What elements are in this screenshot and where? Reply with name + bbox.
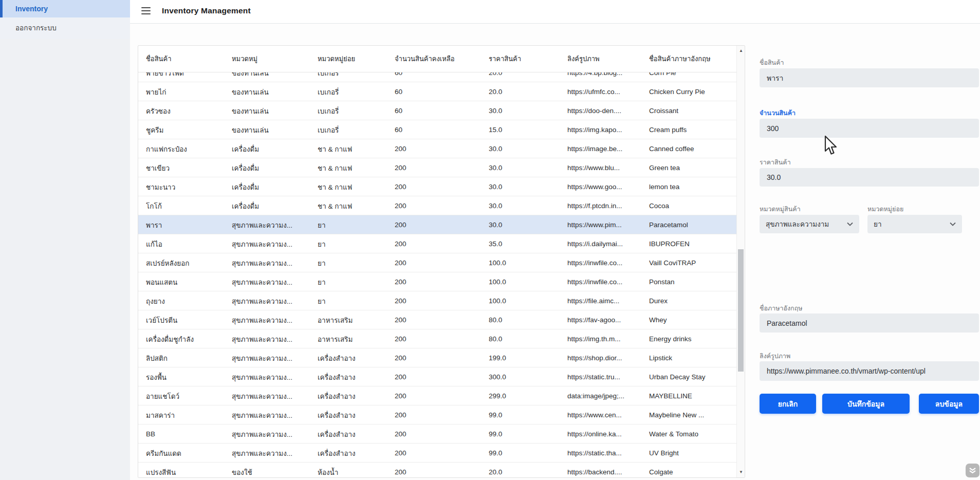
- table-cell: https://online.ka...: [567, 430, 649, 438]
- table-row[interactable]: รองพื้นสุขภาพและความง...เครื่องสำอาง2003…: [138, 367, 745, 386]
- scroll-up-icon[interactable]: ▲: [737, 47, 745, 55]
- table-cell: 35.0: [489, 240, 567, 248]
- image-link-field[interactable]: [760, 361, 979, 381]
- english-name-field[interactable]: [760, 313, 979, 333]
- table-cell: 200: [395, 354, 489, 362]
- table-cell: ยา: [318, 296, 395, 307]
- sidebar-item-logout[interactable]: ออกจากระบบ: [0, 17, 130, 39]
- table-cell: 199.0: [489, 354, 567, 362]
- table-row[interactable]: กาแฟกระป๋องเครื่องดื่มชา & กาแฟ20030.0ht…: [138, 139, 745, 158]
- table-cell: lemon tea: [649, 183, 745, 191]
- table-cell: 200: [395, 202, 489, 210]
- table-cell: โกโก้: [146, 200, 232, 212]
- table-cell: ลิปสติก: [146, 353, 232, 364]
- table-cell: ชาเขียว: [146, 162, 232, 174]
- table-cell: มาสคาร่า: [146, 410, 232, 421]
- table-cell: แปรงสีฟัน: [146, 467, 232, 478]
- category-select[interactable]: สุขภาพและความงาม: [760, 215, 859, 233]
- scroll-down-icon[interactable]: ▼: [737, 468, 745, 476]
- table-row[interactable]: แก้ไอสุขภาพและความง...ยา20035.0https://i…: [138, 234, 745, 253]
- table-cell: สุขภาพและความง...: [232, 219, 318, 231]
- save-button[interactable]: บันทึกข้อมูล: [822, 394, 910, 414]
- table-row[interactable]: ชูครีมของทานเล่นเบเกอรี่6015.0https://im…: [138, 120, 745, 139]
- table-cell: อายแชโดว์: [146, 391, 232, 402]
- table-cell: https://www.blu...: [567, 164, 649, 172]
- table-row[interactable]: ครีมกันแดดสุขภาพและความง...เครื่องสำอาง2…: [138, 444, 745, 463]
- table-row[interactable]: แปรงสีฟันของใช้ห้องน้ำ20020.0https://bac…: [138, 463, 745, 478]
- table-cell: 200: [395, 335, 489, 343]
- table-cell: https://www.pim...: [567, 221, 649, 229]
- table-cell: สุขภาพและความง...: [232, 410, 318, 421]
- subcategory-label: หมวดหมู่ย่อย: [867, 204, 903, 214]
- quantity-label: จำนวนสินค้า: [760, 108, 796, 118]
- table-cell: เบเกอรี่: [318, 124, 395, 136]
- table-cell: ของทานเล่น: [232, 72, 318, 79]
- table-row[interactable]: ชามะนาวเครื่องดื่มชา & กาแฟ20030.0https:…: [138, 177, 745, 196]
- table-row[interactable]: เวย์โปรตีนสุขภาพและความง...อาหารเสริม200…: [138, 310, 745, 329]
- table-cell: https://img.kapo...: [567, 126, 649, 134]
- table-row[interactable]: พาราสุขภาพและความง...ยา20030.0https://ww…: [138, 215, 745, 234]
- table-scrollbar[interactable]: ▲ ▼: [736, 46, 745, 477]
- column-header: หมวดหมู่: [232, 53, 318, 64]
- table-cell: ยา: [318, 257, 395, 269]
- table-cell: สเปรย์หลังยอก: [146, 257, 232, 269]
- table-row[interactable]: ชาเขียวเครื่องดื่มชา & กาแฟ20030.0https:…: [138, 158, 745, 177]
- column-header: ลิงค์รูปภาพ: [567, 53, 649, 64]
- table-cell: 30.0: [489, 164, 567, 172]
- table-row[interactable]: ครัวซองของทานเล่นเบเกอรี่6030.0https://d…: [138, 101, 745, 120]
- price-field[interactable]: [760, 168, 979, 187]
- table-cell: MAYBELLINE: [649, 392, 745, 400]
- table-cell: ยา: [318, 276, 395, 288]
- table-cell: Chicken Curry Pie: [649, 88, 745, 96]
- table-cell: https://f.ptcdn.in...: [567, 202, 649, 210]
- table-cell: 20.0: [489, 72, 567, 77]
- category-select-value: สุขภาพและความงาม: [766, 218, 829, 230]
- table-cell: อาหารเสริม: [318, 334, 395, 345]
- table-cell: Water & Tomato: [649, 430, 745, 438]
- table-cell: Green tea: [649, 164, 745, 172]
- subcategory-select[interactable]: ยา: [867, 215, 962, 233]
- hamburger-menu-icon[interactable]: [141, 7, 151, 15]
- table-row[interactable]: ถุงยางสุขภาพและความง...ยา200100.0https:/…: [138, 291, 745, 310]
- table-row[interactable]: BBสุขภาพและความง...เครื่องสำอาง20099.0ht…: [138, 424, 745, 444]
- product-name-field[interactable]: [760, 68, 979, 87]
- table-cell: data:image/jpeg;...: [567, 392, 649, 400]
- cancel-button[interactable]: ยกเลิก: [760, 394, 816, 414]
- table-cell: Maybeline New ...: [649, 411, 745, 419]
- table-cell: เครื่องสำอาง: [318, 429, 395, 440]
- table-row[interactable]: พายข้าวโพดของทานเล่นเบเกอรี่6020.0https:…: [138, 72, 745, 82]
- table-cell: ชูครีม: [146, 124, 232, 136]
- table-cell: https://inwfile.co...: [567, 278, 649, 286]
- table-cell: สุขภาพและความง...: [232, 391, 318, 402]
- table-cell: 200: [395, 373, 489, 381]
- table-cell: เครื่องดื่ม: [232, 143, 318, 155]
- table-cell: 99.0: [489, 411, 567, 419]
- table-cell: เครื่องสำอาง: [318, 353, 395, 364]
- table-row[interactable]: มาสคาร่าสุขภาพและความง...เครื่องสำอาง200…: [138, 405, 745, 424]
- table-row[interactable]: โกโก้เครื่องดื่มชา & กาแฟ20030.0https://…: [138, 196, 745, 215]
- table-row[interactable]: พอนแสตนสุขภาพและความง...ยา200100.0https:…: [138, 272, 745, 291]
- table-cell: https://ufmfc.co...: [567, 88, 649, 96]
- table-row[interactable]: อายแชโดว์สุขภาพและความง...เครื่องสำอาง20…: [138, 386, 745, 405]
- table-cell: 99.0: [489, 430, 567, 438]
- collapse-widget-button[interactable]: [966, 464, 979, 477]
- delete-button[interactable]: ลบข้อมูล: [919, 394, 979, 414]
- table-cell: https://image.be...: [567, 145, 649, 153]
- table-cell: https://doo-den....: [567, 107, 649, 115]
- subcategory-select-value: ยา: [874, 218, 882, 230]
- table-row[interactable]: พายไก่ของทานเล่นเบเกอรี่6020.0https://uf…: [138, 82, 745, 101]
- sidebar-item-inventory[interactable]: Inventory: [0, 0, 130, 17]
- scrollbar-thumb[interactable]: [738, 249, 744, 372]
- english-name-label: ชื่อภาษาอังกฤษ: [760, 303, 803, 313]
- table-row[interactable]: ลิปสติกสุขภาพและความง...เครื่องสำอาง2001…: [138, 348, 745, 367]
- table-cell: เครื่องสำอาง: [318, 391, 395, 402]
- chevron-down-icon: [950, 222, 956, 226]
- table-cell: 200: [395, 468, 489, 476]
- quantity-field[interactable]: [760, 119, 979, 138]
- table-row[interactable]: เครื่องดื่มชูกำลังสุขภาพและความง...อาหาร…: [138, 329, 745, 348]
- table-cell: 60: [395, 107, 489, 115]
- table-cell: 80.0: [489, 335, 567, 343]
- table-cell: 300.0: [489, 373, 567, 381]
- table-row[interactable]: สเปรย์หลังยอกสุขภาพและความง...ยา200100.0…: [138, 253, 745, 272]
- table-cell: เวย์โปรตีน: [146, 315, 232, 326]
